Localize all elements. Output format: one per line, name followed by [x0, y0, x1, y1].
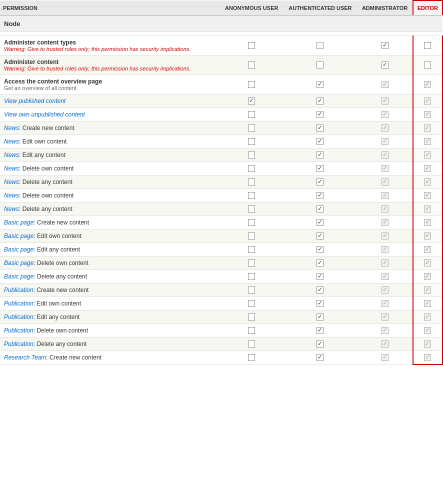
- checkbox-editor[interactable]: [424, 300, 431, 307]
- checkbox-anonymous[interactable]: [248, 354, 255, 361]
- checkbox-anonymous[interactable]: [248, 192, 255, 199]
- checkbox-editor[interactable]: [424, 286, 431, 294]
- checkbox-administrator[interactable]: [382, 124, 388, 132]
- checkbox-authenticated[interactable]: [316, 246, 324, 253]
- checkbox-editor[interactable]: [424, 152, 431, 158]
- checkbox-editor[interactable]: [424, 219, 431, 226]
- checkbox-authenticated[interactable]: [316, 327, 324, 334]
- checkbox-authenticated[interactable]: [316, 152, 324, 158]
- checkbox-anonymous[interactable]: [248, 62, 255, 68]
- checkbox-administrator[interactable]: [382, 98, 388, 104]
- checkbox-editor[interactable]: [424, 232, 431, 240]
- checkbox-editor[interactable]: [424, 165, 431, 172]
- checkbox-authenticated[interactable]: [316, 219, 324, 226]
- checkbox-authenticated[interactable]: [316, 354, 324, 361]
- checkbox-anonymous[interactable]: [248, 165, 255, 172]
- checkbox-administrator[interactable]: [382, 152, 388, 158]
- table-row: View published content: [0, 94, 442, 108]
- checkbox-anonymous[interactable]: [248, 42, 255, 49]
- checkbox-anonymous[interactable]: [248, 300, 255, 307]
- checkbox-anonymous[interactable]: [248, 246, 255, 253]
- checkbox-authenticated[interactable]: [316, 111, 324, 118]
- checkbox-anonymous[interactable]: [248, 178, 255, 186]
- checkbox-administrator[interactable]: [382, 192, 388, 199]
- checkbox-editor[interactable]: [424, 81, 431, 88]
- checkbox-anonymous[interactable]: [248, 81, 255, 88]
- checkbox-administrator[interactable]: [382, 300, 388, 307]
- checkbox-editor[interactable]: [424, 327, 431, 334]
- checkbox-administrator[interactable]: [382, 62, 388, 68]
- checkbox-administrator[interactable]: [382, 232, 388, 240]
- checkbox-editor[interactable]: [424, 98, 431, 104]
- checkbox-editor[interactable]: [424, 314, 431, 320]
- checkbox-administrator[interactable]: [382, 286, 388, 294]
- checkbox-anonymous[interactable]: [248, 260, 255, 266]
- checkbox-anonymous[interactable]: [248, 314, 255, 320]
- checkbox-authenticated[interactable]: [316, 232, 324, 240]
- checkbox-administrator[interactable]: [382, 219, 388, 226]
- checkbox-administrator[interactable]: [382, 42, 388, 49]
- checkbox-anonymous[interactable]: [248, 152, 255, 158]
- checkbox-editor[interactable]: [424, 340, 431, 348]
- checkbox-authenticated[interactable]: [316, 178, 324, 186]
- checkbox-editor[interactable]: [424, 138, 431, 145]
- checkbox-anonymous[interactable]: [248, 340, 255, 348]
- checkbox-authenticated[interactable]: [316, 124, 324, 132]
- checkbox-editor[interactable]: [424, 246, 431, 253]
- checkbox-administrator[interactable]: [382, 138, 388, 145]
- checkbox-anonymous[interactable]: [248, 111, 255, 118]
- checkbox-anonymous[interactable]: [248, 98, 255, 104]
- checkbox-administrator[interactable]: [382, 273, 388, 280]
- checkbox-editor[interactable]: [424, 273, 431, 280]
- checkbox-editor[interactable]: [424, 111, 431, 118]
- checkbox-authenticated[interactable]: [316, 165, 324, 172]
- checkbox-authenticated[interactable]: [316, 138, 324, 145]
- checkbox-editor[interactable]: [424, 354, 431, 361]
- checkbox-anonymous[interactable]: [248, 138, 255, 145]
- editor-check-cell: [413, 338, 442, 351]
- perm-label: Basic page: Delete any content: [4, 273, 87, 280]
- checkbox-administrator[interactable]: [382, 246, 388, 253]
- checkbox-authenticated[interactable]: [316, 340, 324, 348]
- checkbox-authenticated[interactable]: [316, 81, 324, 88]
- checkbox-authenticated[interactable]: [316, 260, 324, 266]
- checkbox-editor[interactable]: [424, 42, 431, 49]
- editor-check-cell: [413, 108, 442, 122]
- checkbox-administrator[interactable]: [382, 260, 388, 266]
- checkbox-editor[interactable]: [424, 124, 431, 132]
- checkbox-administrator[interactable]: [382, 354, 388, 361]
- header-administrator: ADMINISTRATOR: [357, 0, 412, 16]
- checkbox-editor[interactable]: [424, 260, 431, 266]
- checkbox-authenticated[interactable]: [316, 42, 324, 49]
- checkbox-authenticated[interactable]: [316, 62, 324, 68]
- checkbox-editor[interactable]: [424, 62, 431, 68]
- checkbox-administrator[interactable]: [382, 111, 388, 118]
- perm-label: Administer content: [4, 58, 58, 66]
- checkbox-administrator[interactable]: [382, 206, 388, 212]
- checkbox-anonymous[interactable]: [248, 124, 255, 132]
- checkbox-administrator[interactable]: [382, 81, 388, 88]
- administrator-check-cell: [357, 243, 412, 256]
- checkbox-authenticated[interactable]: [316, 300, 324, 307]
- checkbox-authenticated[interactable]: [316, 98, 324, 104]
- checkbox-anonymous[interactable]: [248, 273, 255, 280]
- checkbox-authenticated[interactable]: [316, 192, 324, 199]
- checkbox-editor[interactable]: [424, 178, 431, 186]
- checkbox-anonymous[interactable]: [248, 327, 255, 334]
- checkbox-anonymous[interactable]: [248, 232, 255, 240]
- checkbox-authenticated[interactable]: [316, 273, 324, 280]
- checkbox-authenticated[interactable]: [316, 314, 324, 320]
- checkbox-administrator[interactable]: [382, 314, 388, 320]
- checkbox-editor[interactable]: [424, 206, 431, 212]
- checkbox-administrator[interactable]: [382, 340, 388, 348]
- checkbox-authenticated[interactable]: [316, 206, 324, 212]
- checkbox-administrator[interactable]: [382, 327, 388, 334]
- checkbox-anonymous[interactable]: [248, 206, 255, 212]
- checkbox-anonymous[interactable]: [248, 286, 255, 294]
- checkbox-administrator[interactable]: [382, 178, 388, 186]
- checkbox-administrator[interactable]: [382, 165, 388, 172]
- checkbox-editor[interactable]: [424, 192, 431, 199]
- editor-check-cell: [413, 94, 442, 108]
- checkbox-anonymous[interactable]: [248, 219, 255, 226]
- checkbox-authenticated[interactable]: [316, 286, 324, 294]
